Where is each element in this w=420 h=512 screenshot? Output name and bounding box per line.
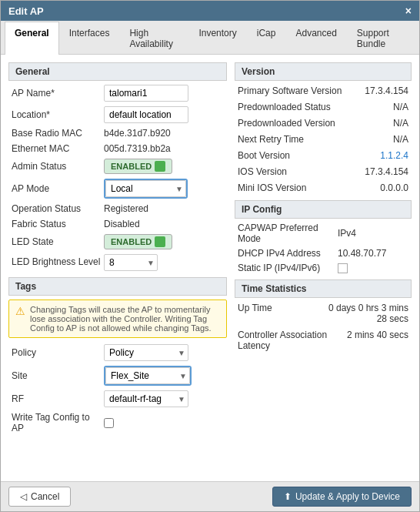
base-radio-mac-value: b4de.31d7.b920	[104, 128, 171, 139]
tags-warning: ⚠ Changing Tags will cause the AP to mom…	[8, 300, 227, 338]
tags-section: Tags ⚠ Changing Tags will cause the AP t…	[8, 277, 227, 433]
close-button[interactable]: ×	[405, 5, 412, 17]
version-label-4: Boot Version	[238, 150, 290, 161]
main-content: General AP Name* Location* Base Radio MA…	[1, 55, 419, 481]
fabric-status-label: Fabric Status	[12, 219, 104, 229]
led-brightness-select-wrapper: 8 123 4567 ▼	[104, 254, 158, 271]
led-brightness-group: LED Brightness Level 8 123 4567 ▼	[8, 254, 227, 271]
version-label-1: Predownloaded Status	[238, 102, 331, 112]
ethernet-mac-label: Ethernet MAC	[12, 143, 104, 154]
location-input[interactable]	[104, 106, 188, 123]
version-label-2: Predownloaded Version	[238, 118, 335, 129]
version-value-3: N/A	[393, 134, 408, 145]
ip-config-value-0: IPv4	[338, 228, 356, 239]
version-row-0: Primary Software Version 17.3.4.154	[235, 85, 412, 97]
cancel-icon: ◁	[20, 491, 27, 502]
tab-high-availability[interactable]: High Availability	[119, 22, 188, 55]
tab-support-bundle[interactable]: Support Bundle	[347, 22, 415, 55]
ip-config-label-2: Static IP (IPv4/IPv6)	[238, 263, 338, 273]
ip-config-row-2: Static IP (IPv4/IPv6)	[235, 263, 412, 273]
tags-section-header: Tags	[8, 277, 227, 296]
admin-status-group: Admin Status ENABLED	[8, 159, 227, 174]
update-icon: ⬆	[284, 491, 292, 502]
version-label-6: Mini IOS Version	[238, 182, 306, 193]
fabric-status-group: Fabric Status Disabled	[8, 219, 227, 229]
location-label: Location*	[12, 109, 104, 120]
title-bar: Edit AP ×	[1, 1, 419, 21]
base-radio-mac-group: Base Radio MAC b4de.31d7.b920	[8, 128, 227, 139]
ip-config-section-header: IP Config	[235, 200, 412, 219]
version-value-1: N/A	[393, 102, 408, 112]
version-value-0: 17.3.4.154	[365, 85, 408, 96]
general-section-header: General	[8, 62, 227, 81]
admin-status-badge: ENABLED	[104, 159, 172, 174]
update-button[interactable]: ⬆ Update & Apply to Device	[272, 487, 412, 507]
admin-status-indicator	[155, 161, 165, 172]
site-label: Site	[12, 370, 104, 381]
site-select[interactable]: Flex_Site Default	[105, 367, 190, 384]
window-title: Edit AP	[8, 5, 44, 17]
ap-name-input[interactable]	[104, 85, 188, 102]
ip-config-row-0: CAPWAP Preferred Mode IPv4	[235, 223, 412, 244]
cancel-button[interactable]: ◁ Cancel	[8, 487, 71, 507]
static-ip-checkbox[interactable]	[338, 263, 348, 273]
rf-select[interactable]: default-rf-tag	[104, 390, 188, 407]
version-value-4[interactable]: 1.1.2.4	[380, 150, 408, 161]
operation-status-value: Registered	[104, 203, 148, 214]
led-state-indicator	[155, 236, 165, 247]
base-radio-mac-label: Base Radio MAC	[12, 128, 104, 139]
ip-config-label-0: CAPWAP Preferred Mode	[238, 223, 338, 244]
right-panel: Version Primary Software Version 17.3.4.…	[235, 62, 412, 474]
ap-mode-group: AP Mode Local FlexConnect Monitor Sniffe…	[8, 179, 227, 199]
cancel-label: Cancel	[31, 491, 59, 502]
time-label-0: Up Time	[238, 303, 321, 324]
led-state-group: LED State ENABLED	[8, 234, 227, 249]
ap-mode-select-wrapper: Local FlexConnect Monitor Sniffer Rogue …	[104, 179, 188, 199]
rf-group: RF default-rf-tag ▼	[8, 390, 227, 407]
ap-name-group: AP Name*	[8, 85, 227, 102]
time-stats-section-header: Time Statistics	[235, 279, 412, 298]
policy-label: Policy	[12, 347, 104, 358]
ip-config-row-1: DHCP IPv4 Address 10.48.70.77	[235, 248, 412, 259]
version-row-1: Predownloaded Status N/A	[235, 101, 412, 113]
time-row-0: Up Time 0 days 0 hrs 3 mins 28 secs	[235, 302, 412, 325]
version-row-2: Predownloaded Version N/A	[235, 117, 412, 129]
led-brightness-select[interactable]: 8 123 4567	[104, 254, 158, 271]
rf-select-wrapper: default-rf-tag ▼	[104, 390, 188, 407]
tab-advanced[interactable]: Advanced	[285, 22, 346, 55]
led-brightness-label: LED Brightness Level	[12, 256, 104, 269]
tab-general[interactable]: General	[5, 22, 59, 55]
tab-icap[interactable]: iCap	[247, 22, 286, 55]
time-value-1: 2 mins 40 secs	[347, 330, 408, 351]
admin-status-label: Admin Status	[12, 161, 104, 172]
write-tag-label: Write Tag Config to AP	[12, 412, 104, 433]
ap-mode-label: AP Mode	[12, 183, 104, 194]
version-label-0: Primary Software Version	[238, 85, 342, 96]
tab-bar: General Interfaces High Availability Inv…	[1, 21, 419, 55]
ip-config-value-1: 10.48.70.77	[338, 248, 386, 259]
write-tag-checkbox[interactable]	[104, 418, 114, 428]
version-row-5: IOS Version 17.3.4.154	[235, 166, 412, 178]
policy-select[interactable]: Policy Default	[104, 344, 188, 361]
led-state-badge: ENABLED	[104, 234, 172, 249]
tab-interfaces[interactable]: Interfaces	[59, 22, 120, 55]
tags-warning-text: Changing Tags will cause the AP to momen…	[30, 305, 220, 333]
update-label: Update & Apply to Device	[295, 491, 400, 502]
tab-inventory[interactable]: Inventory	[188, 22, 246, 55]
time-label-1: Controller Association Latency	[238, 330, 345, 351]
ethernet-mac-group: Ethernet MAC 005d.7319.bb2a	[8, 143, 227, 154]
warning-icon: ⚠	[15, 305, 25, 333]
ap-name-label: AP Name*	[12, 88, 104, 99]
operation-status-label: Operation Status	[12, 203, 104, 214]
ap-mode-select[interactable]: Local FlexConnect Monitor Sniffer Rogue …	[105, 180, 186, 197]
ethernet-mac-value: 005d.7319.bb2a	[104, 143, 171, 154]
time-value-0: 0 days 0 hrs 3 mins 28 secs	[321, 303, 408, 324]
admin-status-text: ENABLED	[111, 162, 152, 171]
rf-label: RF	[12, 393, 104, 404]
version-value-2: N/A	[393, 118, 408, 129]
policy-group: Policy Policy Default ▼	[8, 344, 227, 361]
version-value-5: 17.3.4.154	[365, 166, 408, 177]
fabric-status-value: Disabled	[104, 219, 140, 229]
version-label-5: IOS Version	[238, 166, 287, 177]
policy-select-wrapper: Policy Default ▼	[104, 344, 188, 361]
